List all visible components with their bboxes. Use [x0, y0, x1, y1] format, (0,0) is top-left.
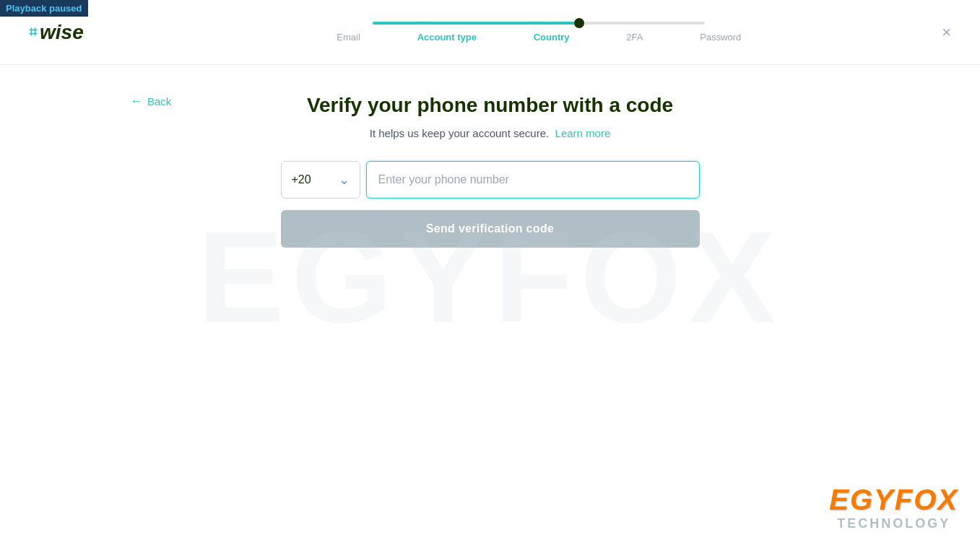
step-2fa: 2FA [626, 32, 643, 43]
send-verification-button[interactable]: Send verification code [281, 210, 700, 248]
phone-input[interactable] [366, 161, 700, 199]
progress-bar-wrapper [373, 22, 705, 25]
logo-icon: ⌗ [29, 24, 37, 40]
progress-dot [574, 18, 584, 28]
logo: ⌗ wise [29, 21, 84, 44]
phone-row: +20 ⌄ [281, 161, 700, 199]
step-country: Country [534, 32, 570, 43]
steps-labels: Email Account type Country 2FA Password [337, 32, 741, 43]
page-title: Verify your phone number with a code [307, 94, 673, 117]
close-button[interactable]: × [942, 25, 951, 40]
main-content: ← Back Verify your phone number with a c… [0, 65, 980, 248]
form-area: Verify your phone number with a code It … [281, 94, 700, 248]
steps-container: Email Account type Country 2FA Password [127, 22, 951, 43]
subtitle-text: It helps us keep your account secure. [370, 127, 549, 139]
back-arrow-icon: ← [130, 94, 143, 109]
learn-more-link[interactable]: Learn more [555, 127, 611, 139]
chevron-down-icon: ⌄ [339, 172, 350, 188]
step-account-type: Account type [417, 32, 477, 43]
back-label: Back [147, 95, 171, 108]
progress-bar-fill [373, 22, 578, 25]
playback-banner: Playback paused [0, 0, 88, 17]
header: ⌗ wise Email Account type Country 2FA Pa… [0, 0, 980, 65]
subtitle: It helps us keep your account secure. Le… [370, 127, 611, 139]
step-password: Password [700, 32, 741, 43]
logo-text: wise [40, 21, 84, 44]
country-code-value: +20 [292, 173, 311, 186]
step-email: Email [337, 32, 360, 43]
country-code-select[interactable]: +20 ⌄ [281, 161, 360, 199]
back-link[interactable]: ← Back [130, 94, 171, 109]
